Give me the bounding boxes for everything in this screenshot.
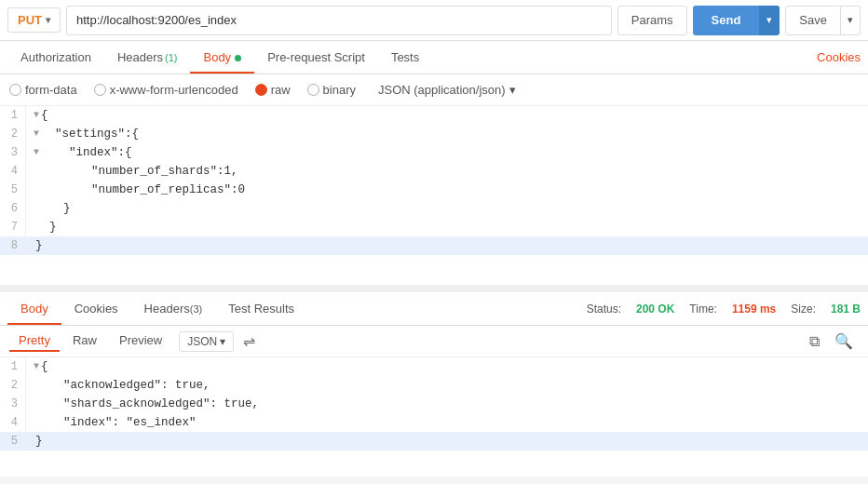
code-content: } <box>35 218 57 236</box>
line-number: 7 <box>0 218 26 236</box>
time-value: 1159 ms <box>732 302 776 316</box>
res-code-line: 3 "shards_acknowledged": true, <box>0 395 868 413</box>
code-line: 4 "number_of_shards":1, <box>0 162 868 181</box>
line-number: 1 <box>0 106 26 125</box>
code-line: 3▼ "index":{ <box>0 143 868 162</box>
response-format-bar: Pretty Raw Preview JSON ▾ ⇌ ⧉ 🔍 <box>0 326 868 357</box>
save-button[interactable]: Save <box>785 6 841 35</box>
response-code-area[interactable]: 1▼{2 "acknowledged": true,3 "shards_ackn… <box>0 357 868 477</box>
body-options: form-data x-www-form-urlencoded raw bina… <box>0 74 868 106</box>
line-number: 8 <box>0 236 26 255</box>
send-dropdown-button[interactable]: ▾ <box>759 6 780 35</box>
method-chevron-icon: ▾ <box>46 15 50 25</box>
code-content: "number_of_shards":1, <box>35 162 238 181</box>
line-number: 5 <box>0 181 26 199</box>
code-content: "index":{ <box>41 143 132 162</box>
json-type-dropdown[interactable]: JSON (application/json) ▾ <box>378 83 516 97</box>
size-value: 181 B <box>831 302 861 316</box>
line-number: 4 <box>0 413 26 432</box>
code-content: "shards_acknowledged": true, <box>35 395 259 413</box>
form-data-radio[interactable] <box>9 84 21 96</box>
tab-tests[interactable]: Tests <box>378 43 432 74</box>
code-line: 1▼{ <box>0 106 868 125</box>
line-toggle: ▼ <box>34 143 39 162</box>
response-status-area: Status: 200 OK Time: 1159 ms Size: 181 B <box>587 302 861 316</box>
res-tab-test-results[interactable]: Test Results <box>215 294 307 325</box>
urlencoded-option[interactable]: x-www-form-urlencoded <box>94 83 238 97</box>
top-bar: PUT ▾ Params Send ▾ Save ▾ <box>0 0 868 41</box>
line-number: 1 <box>0 357 26 376</box>
send-button[interactable]: Send <box>693 6 760 35</box>
time-label: Time: <box>689 302 717 316</box>
save-dropdown-button[interactable]: ▾ <box>841 6 861 35</box>
fmt-tab-preview[interactable]: Preview <box>110 330 171 352</box>
code-line: 7 } <box>0 218 868 236</box>
code-content: { <box>41 357 48 376</box>
body-active-dot <box>235 55 241 61</box>
method-label: PUT <box>18 13 42 27</box>
code-content: "index": "es_index" <box>35 413 197 432</box>
copy-icon[interactable]: ⧉ <box>804 330 825 352</box>
code-content: } <box>35 199 71 218</box>
code-line: 8} <box>0 236 868 255</box>
request-code-area[interactable]: 1▼{2▼ "settings":{3▼ "index":{4 "number_… <box>0 106 868 292</box>
res-code-line: 2 "acknowledged": true, <box>0 376 868 395</box>
request-tabs: Authorization Headers(1) Body Pre-reques… <box>0 41 868 74</box>
line-number: 5 <box>0 432 26 450</box>
code-line: 2▼ "settings":{ <box>0 125 868 143</box>
format-chevron-icon: ▾ <box>220 335 225 348</box>
fmt-tab-raw[interactable]: Raw <box>63 330 106 352</box>
line-number: 3 <box>0 395 26 413</box>
line-number: 2 <box>0 125 26 143</box>
code-line: 5 "number_of_replicas":0 <box>0 181 868 199</box>
code-content: } <box>35 236 43 255</box>
res-tab-headers[interactable]: Headers(3) <box>131 294 216 325</box>
wrap-icon[interactable]: ⇌ <box>237 330 261 352</box>
line-number: 6 <box>0 199 26 218</box>
res-tab-cookies[interactable]: Cookies <box>61 294 131 325</box>
binary-option[interactable]: binary <box>307 83 356 97</box>
form-data-option[interactable]: form-data <box>9 83 77 97</box>
status-value: 200 OK <box>636 302 674 316</box>
tab-headers[interactable]: Headers(1) <box>104 43 191 74</box>
method-dropdown[interactable]: PUT ▾ <box>7 7 61 33</box>
fmt-tab-pretty[interactable]: Pretty <box>9 330 60 352</box>
code-content: } <box>35 432 43 450</box>
binary-radio[interactable] <box>307 84 319 96</box>
search-icon[interactable]: 🔍 <box>829 330 859 352</box>
format-dropdown[interactable]: JSON ▾ <box>179 331 234 352</box>
res-code-line: 4 "index": "es_index" <box>0 413 868 432</box>
code-content: { <box>41 106 48 125</box>
json-type-chevron-icon: ▾ <box>509 83 516 97</box>
size-label: Size: <box>791 302 816 316</box>
cookies-link[interactable]: Cookies <box>817 50 861 64</box>
status-label: Status: <box>587 302 621 316</box>
line-toggle: ▼ <box>34 357 39 376</box>
line-toggle: ▼ <box>34 125 39 143</box>
line-number: 4 <box>0 162 26 181</box>
raw-radio[interactable] <box>255 84 267 96</box>
response-icons: ⧉ 🔍 <box>804 330 859 352</box>
tab-authorization[interactable]: Authorization <box>7 43 104 74</box>
line-number: 2 <box>0 376 26 395</box>
tab-pre-request[interactable]: Pre-request Script <box>254 43 378 74</box>
raw-option[interactable]: raw <box>255 83 291 97</box>
urlencoded-radio[interactable] <box>94 84 106 96</box>
code-content: "settings":{ <box>41 125 139 143</box>
params-button[interactable]: Params <box>617 6 687 35</box>
res-code-line: 5} <box>0 432 868 450</box>
line-number: 3 <box>0 143 26 162</box>
response-section: Body Cookies Headers(3) Test Results Sta… <box>0 292 868 477</box>
code-line: 6 } <box>0 199 868 218</box>
code-content: "number_of_replicas":0 <box>35 181 245 199</box>
res-tab-body[interactable]: Body <box>7 294 61 325</box>
url-input[interactable] <box>66 6 612 35</box>
send-group: Send ▾ <box>693 6 780 35</box>
response-tabs-bar: Body Cookies Headers(3) Test Results Sta… <box>0 292 868 326</box>
line-toggle: ▼ <box>34 106 39 125</box>
res-code-line: 1▼{ <box>0 357 868 376</box>
save-group: Save ▾ <box>785 6 861 35</box>
code-content: "acknowledged": true, <box>35 376 210 395</box>
tab-body[interactable]: Body <box>190 43 254 74</box>
